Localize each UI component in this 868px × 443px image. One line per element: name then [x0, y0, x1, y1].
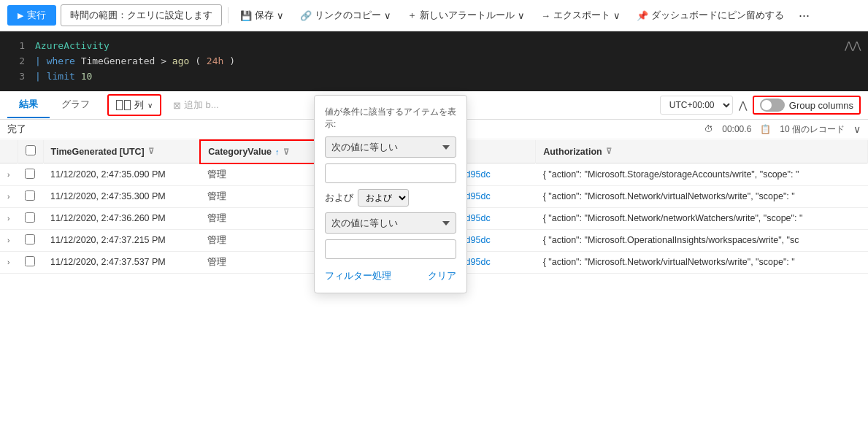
- row-time-4: 11/12/2020, 2:47:37.537 PM: [43, 251, 200, 273]
- col-time-generated-label: TimeGenerated [UTC]: [51, 147, 145, 157]
- row-authorization-0: { "action": "Microsoft.Storage/storageAc…: [536, 163, 868, 186]
- tab-results[interactable]: 結果: [7, 92, 50, 118]
- editor-line-3: 3 | limit 10: [10, 69, 858, 85]
- th-checkbox: [18, 140, 43, 163]
- row-category-1: 管理: [200, 185, 317, 207]
- time-zone-select[interactable]: UTC+00:00: [660, 96, 733, 115]
- row-expander-2[interactable]: ›: [0, 207, 18, 229]
- alert-icon: ＋: [407, 9, 417, 22]
- clear-filter-button[interactable]: クリア: [428, 269, 456, 274]
- editor-code-1: AzureActivity: [35, 39, 110, 54]
- status-right: ⏱ 00:00.6 📋 10 個のレコード ∨: [704, 123, 861, 136]
- line-number-2: 2: [10, 54, 25, 69]
- condition2-input[interactable]: [325, 239, 456, 259]
- tab-graph[interactable]: グラフ: [50, 92, 101, 118]
- and-label: および: [325, 191, 353, 204]
- add-bookmark-button[interactable]: ⊠ 追加 b...: [167, 96, 225, 115]
- save-icon: 💾: [240, 10, 252, 21]
- row-expander-4[interactable]: ›: [0, 251, 18, 273]
- pin-icon: 📌: [637, 10, 648, 21]
- editor-line-1: 1 AzureActivity: [10, 39, 858, 54]
- th-category-value: CategoryValue ↑ ⊽: [200, 140, 317, 163]
- link-chevron-icon: ∨: [384, 10, 391, 21]
- category-sort-icon[interactable]: ↑: [275, 147, 280, 156]
- alert-chevron-icon: ∨: [518, 10, 525, 21]
- row-expander-3[interactable]: ›: [0, 229, 18, 251]
- duration-value: 00:00.6: [722, 124, 751, 134]
- export-chevron-icon: ∨: [613, 10, 621, 21]
- records-count: 10 個のレコード: [780, 123, 845, 136]
- time-filter-icon[interactable]: ⊽: [148, 147, 154, 156]
- filter-popup: 値が条件に該当するアイテムを表示: 次の値に等しい 次の値より大きい 次の値より…: [314, 95, 467, 274]
- editor-code-2: | where TimeGenerated > ago ( 24h ): [35, 54, 235, 69]
- col-authorization-label: Authorization: [543, 147, 602, 157]
- calendar-icon: 📋: [760, 124, 771, 134]
- save-button[interactable]: 💾 保存 ∨: [234, 5, 290, 26]
- condition2-select[interactable]: 次の値に等しい 次の値より大きい 次の値より小さい 含む 含まない: [325, 212, 456, 234]
- bookmark-icon: ⊠: [173, 100, 181, 111]
- col-icon-left: [116, 100, 123, 110]
- authorization-filter-icon[interactable]: ⊽: [606, 147, 612, 156]
- row-checkbox-cell-2: [18, 207, 43, 229]
- columns-button-wrapper: 列 ∨: [107, 94, 161, 116]
- category-filter-icon[interactable]: ⊽: [283, 147, 289, 157]
- copy-link-button[interactable]: 🔗 リンクのコピー ∨: [294, 5, 397, 26]
- th-authorization: Authorization ⊽: [536, 140, 868, 163]
- row-checkbox-cell-0: [18, 163, 43, 186]
- row-checkbox-4[interactable]: [25, 256, 35, 266]
- row-authorization-3: { "action": "Microsoft.OperationalInsigh…: [536, 229, 868, 251]
- run-label: 実行: [27, 9, 46, 22]
- line-number-1: 1: [10, 39, 25, 54]
- columns-chevron-icon: ∨: [147, 101, 153, 109]
- row-expander-0[interactable]: ›: [0, 163, 18, 186]
- time-range-button[interactable]: 時間の範囲：クエリに設定します: [61, 4, 222, 26]
- separator: [228, 7, 228, 23]
- expand-icon[interactable]: ∨: [853, 123, 861, 135]
- th-time-generated: TimeGenerated [UTC] ⊽: [43, 140, 200, 163]
- collapse-icon[interactable]: ⋀: [739, 99, 747, 111]
- row-checkbox-1[interactable]: [25, 190, 35, 201]
- and-row: および および または: [325, 189, 456, 207]
- pin-button[interactable]: 📌 ダッシュボードにピン留めする: [631, 5, 790, 26]
- row-time-2: 11/12/2020, 2:47:36.260 PM: [43, 207, 200, 229]
- row-checkbox-0[interactable]: [25, 169, 35, 179]
- condition1-select[interactable]: 次の値に等しい 次の値より大きい 次の値より小さい 含む 含まない: [325, 136, 456, 158]
- condition1-input[interactable]: [325, 163, 456, 183]
- more-button[interactable]: ···: [794, 7, 814, 25]
- col-icon-right: [124, 100, 131, 110]
- add-bookmark-label: 追加 b...: [184, 99, 219, 112]
- group-columns-toggle[interactable]: [760, 99, 785, 112]
- popup-footer: フィルター処理 クリア: [325, 269, 456, 274]
- row-authorization-4: { "action": "Microsoft.Network/virtualNe…: [536, 251, 868, 273]
- link-icon: 🔗: [300, 10, 312, 21]
- new-alert-button[interactable]: ＋ 新しいアラートルール ∨: [402, 5, 531, 26]
- group-columns-label: Group columns: [789, 100, 853, 111]
- columns-icon: [116, 100, 131, 110]
- query-editor[interactable]: 1 AzureActivity 2 | where TimeGenerated …: [0, 31, 868, 91]
- row-checkbox-3[interactable]: [25, 234, 35, 244]
- header-checkbox[interactable]: [26, 145, 36, 155]
- toolbar: ▶ 実行 時間の範囲：クエリに設定します 💾 保存 ∨ 🔗 リンクのコピー ∨ …: [0, 0, 868, 31]
- row-checkbox-cell-3: [18, 229, 43, 251]
- line-number-3: 3: [10, 69, 25, 85]
- run-button[interactable]: ▶ 実行: [7, 5, 56, 26]
- export-button[interactable]: → エクスポート ∨: [535, 5, 626, 26]
- editor-code-3: | limit 10: [35, 69, 92, 85]
- row-category-0: 管理: [200, 163, 317, 186]
- tabs-right: UTC+00:00 ⋀ Group columns: [660, 96, 861, 115]
- popup-title: 値が条件に該当するアイテムを表示:: [325, 106, 456, 131]
- row-expander-1[interactable]: ›: [0, 185, 18, 207]
- editor-line-2: 2 | where TimeGenerated > ago ( 24h ): [10, 54, 858, 69]
- columns-button[interactable]: 列 ∨: [109, 96, 160, 115]
- scroll-up-icon[interactable]: ⋀⋀: [845, 37, 861, 53]
- export-label: エクスポート: [553, 9, 610, 22]
- pin-label: ダッシュボードにピン留めする: [651, 9, 784, 22]
- row-checkbox-cell-4: [18, 251, 43, 273]
- copy-link-label: リンクのコピー: [315, 9, 381, 22]
- apply-filter-button[interactable]: フィルター処理: [325, 269, 391, 274]
- row-category-4: 管理: [200, 251, 317, 273]
- and-select[interactable]: および または: [358, 189, 409, 207]
- export-icon: →: [541, 10, 550, 21]
- new-alert-label: 新しいアラートルール: [420, 9, 515, 22]
- row-checkbox-2[interactable]: [25, 212, 35, 223]
